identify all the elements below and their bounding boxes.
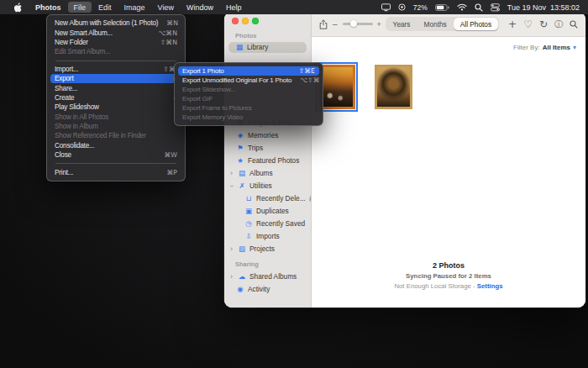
photo-thumbnail[interactable] [375,65,412,109]
display-icon[interactable] [381,3,391,12]
memories-icon: ◈ [236,131,244,139]
shared-albums-icon: ☁ [238,272,246,281]
menu-item-play-slideshow[interactable]: Play Slideshow [50,103,181,112]
menu-item-edit-smart-album: Edit Smart Album... [50,47,181,56]
menu-item-import[interactable]: Import... ⇧⌘I [50,65,181,74]
control-center-icon[interactable] [491,3,500,12]
sidebar-item-projects[interactable]: › ▧ Projects [224,243,311,255]
segment-months[interactable]: Months [417,18,454,30]
sidebar-section-sharing: Sharing [224,260,311,268]
menu-image[interactable]: Image [118,2,151,13]
sidebar-item-memories[interactable]: ◈ Memories [224,129,311,142]
chevron-down-icon[interactable]: › [228,183,235,189]
export-submenu: Export 1 Photo ⇧⌘E Export Unmodified Ori… [174,62,323,126]
menu-item-show-in-all-photos: Show in All Photos [50,113,181,122]
zoom-button[interactable] [252,18,259,24]
sidebar-item-albums[interactable]: › ▤ Albums [224,167,311,180]
view-segmented-control: Years Months All Photos [386,17,500,31]
sidebar-item-label: Featured Photos [248,156,299,165]
sidebar-item-library[interactable]: ▦ Library [228,42,307,53]
menu-item-export-memory-video: Export Memory Video [178,113,319,122]
menu-item-create[interactable]: Create ▸ [50,93,181,103]
menu-item-export[interactable]: Export ▸ [50,74,181,83]
menu-item-export-1-photo[interactable]: Export 1 Photo ⇧⌘E [178,66,319,76]
menu-file[interactable]: File [68,2,92,13]
menu-edit[interactable]: Edit [92,2,118,13]
menu-bar-clock[interactable]: Tue 19 Nov 13:58:02 [507,3,580,12]
menu-window[interactable]: Window [181,2,219,13]
toolbar-right: + ♡ ↻ ⓘ [508,19,578,29]
window-main: − + Years Months All Photos + ♡ ↻ ⓘ Filt… [312,12,585,308]
menu-item-export-unmodified-original[interactable]: Export Unmodified Original For 1 Photo ⌥… [178,76,319,85]
photo-grid-area: Filter By: All Items ▾ 2 Photos Syncing … [312,37,585,308]
sidebar-item-activity[interactable]: ◉ Activity [224,283,311,296]
sidebar-item-shared-albums[interactable]: › ☁ Shared Albums [224,271,311,283]
zoom-out-icon[interactable]: − [332,20,339,29]
sidebar-item-recently-saved[interactable]: ◷ Recently Saved [224,218,311,230]
info-icon[interactable]: ⓘ [554,20,563,29]
sidebar-item-trips[interactable]: ⚑ Trips [224,142,311,155]
sidebar-item-featured-photos[interactable]: ★ Featured Photos [224,155,311,167]
menu-item-close[interactable]: Close ⌘W [50,150,181,160]
minimize-button[interactable] [242,18,249,24]
menu-item-new-smart-album[interactable]: New Smart Album... ⌥⌘N [50,28,181,37]
close-button[interactable] [232,18,239,24]
utilities-icon: ✗ [238,181,246,190]
imports-icon: ⇩ [244,232,253,240]
search-icon[interactable] [570,20,578,29]
rotate-icon[interactable]: ↻ [539,19,548,29]
share-icon[interactable] [319,19,328,29]
sidebar-item-utilities[interactable]: › ✗ Utilities [224,180,311,192]
apple-menu[interactable] [8,3,29,13]
sidebar-item-label: Library [247,43,268,51]
menu-item-show-in-album: Show in Album [50,122,181,131]
menu-item-consolidate[interactable]: Consolidate... [50,141,181,150]
menu-view[interactable]: View [152,2,180,13]
sidebar-item-recently-deleted[interactable]: ⊔ Recently Dele... [224,192,311,205]
segment-years[interactable]: Years [386,18,417,30]
search-icon[interactable] [475,3,483,12]
menu-help[interactable]: Help [220,2,248,13]
menu-item-new-folder[interactable]: New Folder ⇧⌘N [50,38,181,47]
library-icon: ▦ [235,43,244,51]
filter-value: All Items [543,44,570,51]
settings-link[interactable]: Settings [477,282,503,290]
sidebar-item-label: Duplicates [256,207,289,215]
zoom-slider[interactable] [343,23,373,25]
menu-item-new-album-with-selection[interactable]: New Album with Selection (1 Photo) ⌘N [50,18,181,28]
trips-icon: ⚑ [236,144,244,152]
favorite-icon[interactable]: ♡ [523,19,533,29]
menu-item-print[interactable]: Print... ⌘P [50,167,181,176]
menu-item-export-frame-to-pictures: Export Frame to Pictures [178,103,319,113]
toolbar: − + Years Months All Photos + ♡ ↻ ⓘ [312,12,585,37]
menu-bar-menus: Photos File Edit Image View Window Help [8,2,247,13]
segment-all-photos[interactable]: All Photos [454,18,498,30]
add-icon[interactable]: + [508,19,517,29]
recently-deleted-icon: ⊔ [244,194,253,202]
sidebar-item-imports[interactable]: ⇩ Imports [224,230,311,243]
photo-count: 2 Photos [312,261,585,270]
sidebar-item-duplicates[interactable]: ▣ Duplicates [224,205,311,218]
sidebar-item-label: Utilities [249,181,272,190]
menu-item-share[interactable]: Share... [50,83,181,92]
lock-icon [309,195,311,202]
focus-icon[interactable] [398,3,406,11]
battery-icon[interactable] [435,4,449,11]
chevron-right-icon[interactable]: › [228,245,234,253]
wifi-icon[interactable] [457,3,467,11]
sidebar-item-label: Recently Saved [256,219,305,228]
chevron-down-icon: ▾ [573,44,576,51]
storage-status: Not Enough Local Storage - Settings [312,282,585,290]
filter-dropdown[interactable]: Filter By: All Items ▾ [513,44,576,51]
zoom-in-icon[interactable]: + [377,20,381,29]
chevron-right-icon[interactable]: › [228,170,234,177]
apple-logo-icon [14,3,23,13]
chevron-right-icon[interactable]: › [228,273,234,281]
zoom-slider-knob[interactable] [350,20,357,27]
menu-bar-status: 72% Tue 19 Nov 13:58:02 [381,3,580,12]
menu-photos[interactable]: Photos [29,2,67,13]
library-status: 2 Photos Syncing Paused for 2 Items Not … [312,261,585,290]
sidebar-item-label: Imports [256,232,280,240]
sidebar-item-label: Recently Dele... [256,194,306,202]
menu-item-export-gif: Export GIF [178,94,319,103]
